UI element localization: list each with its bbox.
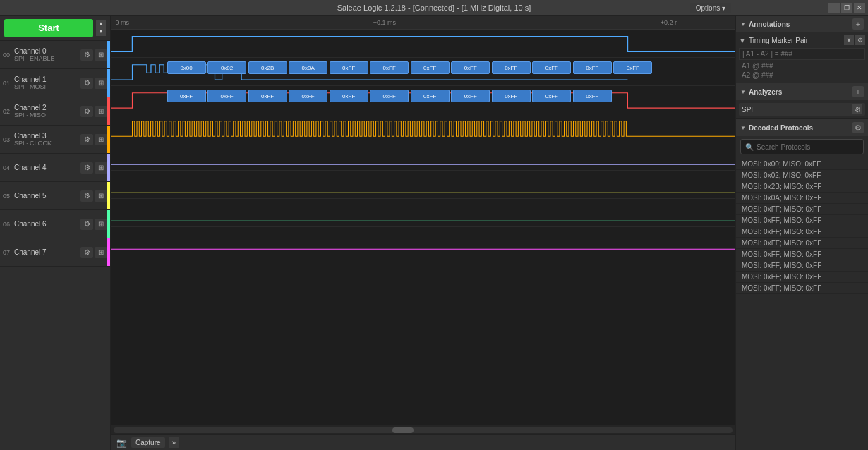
protocol-item[interactable]: MOSI: 0xFF; MISO: 0xFF bbox=[736, 204, 868, 215]
channel-sub-3: SPI · CLOCK bbox=[14, 140, 80, 147]
channel-add-7[interactable]: ⊞ bbox=[95, 247, 107, 258]
options-button[interactable]: Options ▾ bbox=[690, 3, 731, 13]
title-bar: Saleae Logic 1.2.18 - [Connected] - [1 M… bbox=[0, 0, 868, 16]
miso-packet-10[interactable]: 0xFF bbox=[573, 90, 612, 102]
protocol-list[interactable]: MOSI: 0x00; MISO: 0xFFMOSI: 0x02; MISO: … bbox=[736, 157, 868, 450]
analyzers-title: Analyzers bbox=[749, 88, 852, 96]
miso-packet-7[interactable]: 0xFF bbox=[451, 90, 490, 102]
channel-add-3[interactable]: ⊞ bbox=[95, 134, 107, 145]
wf-svg-4 bbox=[111, 142, 735, 170]
channel-add-2[interactable]: ⊞ bbox=[95, 106, 107, 117]
channel-gear-1[interactable]: ⚙ bbox=[80, 78, 93, 89]
channel-name-0: Channel 0 bbox=[14, 47, 80, 55]
wf-svg-0 bbox=[111, 30, 735, 57]
expand-button[interactable]: » bbox=[169, 437, 179, 448]
miso-packet-6[interactable]: 0xFF bbox=[411, 90, 450, 102]
analyzer-spi-label: SPI bbox=[742, 106, 852, 114]
protocol-item[interactable]: MOSI: 0xFF; MISO: 0xFF bbox=[736, 226, 868, 238]
miso-packet-1[interactable]: 0xFF bbox=[207, 90, 246, 102]
miso-packet-0[interactable]: 0xFF bbox=[167, 90, 206, 102]
annotations-title: Annotations bbox=[749, 20, 852, 28]
decoded-protocols-triangle: ▼ bbox=[740, 125, 746, 130]
protocol-item[interactable]: MOSI: 0xFF; MISO: 0xFF bbox=[736, 238, 868, 249]
miso-packet-2[interactable]: 0xFF bbox=[248, 90, 287, 102]
mosi-packet-5[interactable]: 0xFF bbox=[370, 61, 409, 74]
mosi-packet-6[interactable]: 0xFF bbox=[411, 61, 450, 74]
scrollbar-thumb[interactable] bbox=[392, 427, 414, 433]
mosi-packet-2[interactable]: 0x2B bbox=[248, 61, 287, 74]
channel-actions-2: ⚙ ⊞ bbox=[80, 106, 107, 117]
mosi-packet-0[interactable]: 0x00 bbox=[167, 61, 206, 74]
miso-packet-5[interactable]: 0xFF bbox=[370, 90, 409, 102]
mosi-packet-1[interactable]: 0x02 bbox=[207, 61, 246, 74]
start-button[interactable]: Start bbox=[4, 19, 93, 37]
timing-marker-gear[interactable]: ⚙ bbox=[855, 35, 865, 45]
search-input[interactable] bbox=[757, 143, 859, 151]
scrollbar-area[interactable] bbox=[111, 425, 735, 434]
mosi-packet-3[interactable]: 0x0A bbox=[289, 61, 327, 74]
mosi-packet-10[interactable]: 0xFF bbox=[573, 61, 612, 74]
wf-channel-0 bbox=[111, 30, 735, 58]
channel-gear-5[interactable]: ⚙ bbox=[80, 190, 93, 202]
mosi-packet-9[interactable]: 0xFF bbox=[532, 61, 571, 74]
miso-packet-8[interactable]: 0xFF bbox=[492, 90, 531, 102]
mosi-packet-7[interactable]: 0xFF bbox=[451, 61, 490, 74]
miso-packet-4[interactable]: 0xFF bbox=[330, 90, 368, 102]
protocol-item[interactable]: MOSI: 0xFF; MISO: 0xFF bbox=[736, 283, 868, 294]
time-ruler: ·9 ms +0.1 ms +0.2 r bbox=[111, 16, 735, 30]
analyzers-header: ▼ Analyzers + bbox=[736, 83, 868, 100]
annotations-add-button[interactable]: + bbox=[852, 18, 864, 30]
channel-gear-4[interactable]: ⚙ bbox=[80, 162, 93, 174]
search-box[interactable]: 🔍 bbox=[740, 139, 864, 154]
timing-marker-dropdown[interactable]: ▼ bbox=[844, 35, 854, 45]
protocol-item[interactable]: MOSI: 0x2B; MISO: 0xFF bbox=[736, 181, 868, 193]
mosi-packet-11[interactable]: 0xFF bbox=[613, 61, 652, 74]
decoded-protocols-section: ▼ Decoded Protocols ⚙ 🔍 MOSI: 0x00; MISO… bbox=[736, 119, 868, 450]
channel-gear-7[interactable]: ⚙ bbox=[80, 247, 93, 258]
channel-add-1[interactable]: ⊞ bbox=[95, 78, 107, 89]
analyzers-add-button[interactable]: + bbox=[852, 86, 864, 97]
channel-gear-0[interactable]: ⚙ bbox=[80, 49, 93, 61]
app-title: Saleae Logic 1.2.18 - [Connected] - [1 M… bbox=[337, 4, 531, 12]
scrollbar-track[interactable] bbox=[114, 427, 733, 433]
main-layout: Start ▲ ▼ 00 Channel 0 SPI · ENABLE ⚙ ⊞ … bbox=[0, 16, 868, 450]
channel-num-6: 06 bbox=[3, 221, 13, 228]
channel-add-0[interactable]: ⊞ bbox=[95, 49, 107, 61]
protocol-item[interactable]: MOSI: 0xFF; MISO: 0xFF bbox=[736, 260, 868, 272]
minimize-button[interactable]: ─ bbox=[828, 3, 840, 13]
channel-add-4[interactable]: ⊞ bbox=[95, 162, 107, 174]
arrow-down-button[interactable]: ▼ bbox=[96, 28, 106, 36]
restore-button[interactable]: ❐ bbox=[841, 3, 852, 13]
waveform-channels[interactable]: 0x000x020x2B0x0A0xFF0xFF0xFF0xFF0xFF0xFF… bbox=[111, 30, 735, 425]
protocol-item[interactable]: MOSI: 0x00; MISO: 0xFF bbox=[736, 159, 868, 170]
close-button[interactable]: ✕ bbox=[854, 3, 865, 13]
channel-row-0: 00 Channel 0 SPI · ENABLE ⚙ ⊞ bbox=[0, 41, 110, 69]
wf-channel-5 bbox=[111, 171, 735, 199]
mosi-packet-4[interactable]: 0xFF bbox=[330, 61, 368, 74]
channel-gear-2[interactable]: ⚙ bbox=[80, 106, 93, 117]
channel-info-4: Channel 4 bbox=[14, 164, 80, 171]
miso-packet-3[interactable]: 0xFF bbox=[289, 90, 327, 102]
channel-num-5: 05 bbox=[3, 193, 13, 200]
channel-add-5[interactable]: ⊞ bbox=[95, 190, 107, 202]
channel-num-4: 04 bbox=[3, 164, 13, 171]
decoded-protocols-gear[interactable]: ⚙ bbox=[852, 122, 864, 133]
channel-gear-6[interactable]: ⚙ bbox=[80, 219, 93, 230]
miso-packet-9[interactable]: 0xFF bbox=[532, 90, 571, 102]
wf-channel-6 bbox=[111, 199, 735, 227]
channel-gear-3[interactable]: ⚙ bbox=[80, 134, 93, 145]
protocol-item[interactable]: MOSI: 0xFF; MISO: 0xFF bbox=[736, 249, 868, 260]
analyzer-spi-gear[interactable]: ⚙ bbox=[852, 104, 862, 114]
options-area: Options ▾ bbox=[690, 0, 731, 16]
arrow-up-button[interactable]: ▲ bbox=[96, 20, 106, 28]
protocol-item[interactable]: MOSI: 0xFF; MISO: 0xFF bbox=[736, 272, 868, 283]
protocol-item[interactable]: MOSI: 0x02; MISO: 0xFF bbox=[736, 170, 868, 181]
wf-channel-4 bbox=[111, 142, 735, 171]
channel-add-6[interactable]: ⊞ bbox=[95, 219, 107, 230]
protocol-item[interactable]: MOSI: 0xFF; MISO: 0xFF bbox=[736, 215, 868, 226]
capture-button[interactable]: Capture bbox=[131, 437, 165, 448]
channel-info-7: Channel 7 bbox=[14, 248, 80, 256]
channel-name-2: Channel 2 bbox=[14, 104, 80, 111]
protocol-item[interactable]: MOSI: 0x0A; MISO: 0xFF bbox=[736, 193, 868, 204]
mosi-packet-8[interactable]: 0xFF bbox=[492, 61, 531, 74]
